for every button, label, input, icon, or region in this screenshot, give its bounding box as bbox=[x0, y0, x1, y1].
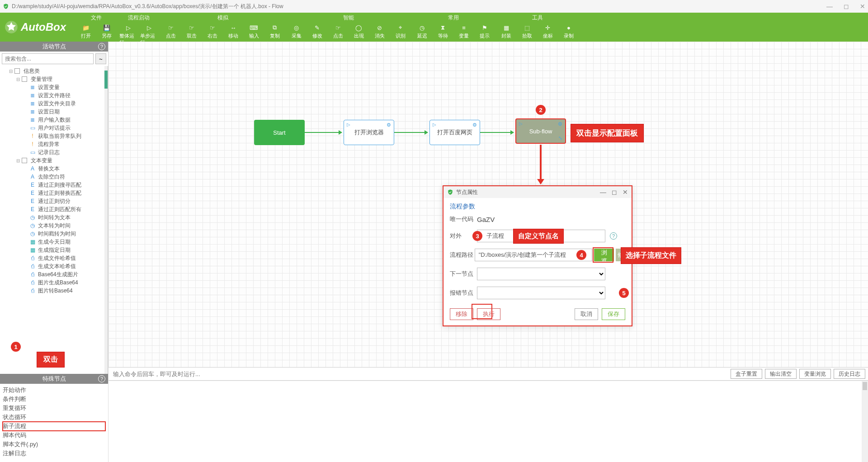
box-reset-button[interactable]: 盒子重置 bbox=[731, 369, 762, 379]
output-scrollbar[interactable] bbox=[862, 381, 868, 462]
ribbon-button[interactable]: ⧗等待 bbox=[434, 24, 452, 39]
tree-row[interactable]: ⊟变量管理 bbox=[0, 75, 108, 83]
tree-scrollbar-thumb[interactable] bbox=[104, 71, 108, 89]
tree-row[interactable]: ≣设置文件路径 bbox=[0, 91, 108, 99]
tree-row[interactable]: E通过正则搜寻匹配 bbox=[0, 181, 108, 189]
tree-checkbox[interactable] bbox=[22, 76, 27, 82]
ribbon-button[interactable]: ✎修改 bbox=[308, 24, 326, 39]
ribbon-button[interactable]: ◷延迟 bbox=[413, 24, 431, 39]
tree-row[interactable]: ⎙图片转Base64 bbox=[0, 287, 108, 295]
tree-row[interactable]: ▦生成指定日期 bbox=[0, 246, 108, 254]
ribbon-button[interactable]: ●录制 bbox=[560, 24, 578, 39]
dialog-close-button[interactable]: ✕ bbox=[623, 189, 628, 196]
var-browse-button[interactable]: 变量浏览 bbox=[799, 369, 831, 379]
ribbon-button[interactable]: ☞双击 bbox=[183, 24, 201, 39]
output-clear-button[interactable]: 输出清空 bbox=[765, 369, 797, 379]
browse-button[interactable]: 浏览 bbox=[594, 249, 614, 261]
ribbon-button[interactable]: ☞点击 bbox=[329, 24, 347, 39]
tree-row[interactable]: ◷文本转为时间 bbox=[0, 222, 108, 230]
tree-row[interactable]: ⊟信息类 bbox=[0, 67, 108, 75]
search-input[interactable] bbox=[2, 53, 94, 64]
tree-row[interactable]: A替换文本 bbox=[0, 165, 108, 173]
error-node-select[interactable] bbox=[477, 287, 605, 299]
tree-row[interactable]: E通过正则切分 bbox=[0, 197, 108, 205]
ribbon-label: 消失 bbox=[375, 33, 385, 39]
ribbon-button[interactable]: ↔移动 bbox=[224, 24, 242, 39]
ribbon-button[interactable]: ☞右击 bbox=[203, 24, 222, 39]
tree-row[interactable]: ≣用户输入数据 bbox=[0, 116, 108, 124]
ribbon-button[interactable]: ⊘消失 bbox=[371, 24, 389, 39]
ribbon-button[interactable]: ⚑提示 bbox=[476, 24, 494, 39]
ribbon-button[interactable]: 📁打开 bbox=[77, 24, 95, 39]
window-maximize-button[interactable]: ◻ bbox=[844, 3, 849, 9]
help-icon[interactable]: ? bbox=[98, 43, 105, 50]
flow-node-open-browser[interactable]: ▷⚙ 打开浏览器 bbox=[344, 120, 394, 145]
tree-row[interactable]: !流程异常 bbox=[0, 140, 108, 148]
tree-row[interactable]: ≣设置变量 bbox=[0, 83, 108, 91]
special-item[interactable]: 重复循环 bbox=[3, 404, 105, 413]
activity-tree[interactable]: ⊟信息类⊟变量管理≣设置变量≣设置文件路径≣设置文件夹目录≣设置日期≣用户输入数… bbox=[0, 66, 108, 374]
dialog-minimize-button[interactable]: — bbox=[600, 189, 606, 196]
tree-row[interactable]: E通过正则匹配所有 bbox=[0, 205, 108, 213]
ribbon-button[interactable]: ◎采集 bbox=[288, 24, 306, 39]
dialog-maximize-button[interactable]: ◻ bbox=[612, 189, 617, 196]
remove-button[interactable]: 移除 bbox=[450, 308, 473, 320]
ribbon-button[interactable]: ⧉复制 bbox=[266, 24, 284, 39]
tree-row[interactable]: ≣设置文件夹目录 bbox=[0, 99, 108, 108]
gear-icon: ⚙ bbox=[472, 122, 477, 128]
flow-node-open-baidu[interactable]: ▷⚙ 打开百度网页 bbox=[429, 120, 480, 145]
flow-canvas[interactable]: Start ▷⚙ 打开浏览器 ▷⚙ 打开百度网页 ▷⚙⤡ Sub-flow 2 … bbox=[108, 42, 868, 367]
tree-row[interactable]: E通过正则替换匹配 bbox=[0, 189, 108, 197]
ribbon-button[interactable]: ▦封装 bbox=[497, 24, 515, 39]
ribbon-button[interactable]: ☞点击 bbox=[162, 24, 180, 39]
tree-item-icon: ◷ bbox=[29, 222, 36, 229]
flow-node-start[interactable]: Start bbox=[254, 120, 305, 145]
ribbon-button[interactable]: ≡变量 bbox=[455, 24, 473, 39]
tree-row[interactable]: !获取当前异常队列 bbox=[0, 132, 108, 140]
tree-checkbox[interactable] bbox=[22, 158, 27, 163]
tree-row[interactable]: A去除空白符 bbox=[0, 173, 108, 181]
window-close-button[interactable]: ✕ bbox=[860, 3, 865, 9]
next-node-select[interactable] bbox=[477, 268, 605, 280]
tree-row[interactable]: ⎙生成文件哈希值 bbox=[0, 254, 108, 262]
special-item[interactable]: 开始动作 bbox=[3, 386, 105, 395]
tree-row[interactable]: ⎙生成文本哈希值 bbox=[0, 262, 108, 270]
execute-button[interactable]: 执行 bbox=[477, 308, 500, 320]
history-log-button[interactable]: 历史日志 bbox=[834, 369, 865, 379]
save-button[interactable]: 保存 bbox=[602, 308, 625, 320]
flow-path-input[interactable] bbox=[475, 249, 593, 261]
cancel-button[interactable]: 取消 bbox=[575, 308, 598, 320]
tree-row[interactable]: ⎙Base64生成图片 bbox=[0, 270, 108, 278]
special-item[interactable]: 脚本文件(.py) bbox=[3, 440, 105, 449]
expand-icon[interactable]: ⊟ bbox=[9, 69, 14, 74]
dialog-section-title: 流程参数 bbox=[450, 203, 625, 211]
tree-row[interactable]: ≣设置日期 bbox=[0, 108, 108, 116]
tree-row[interactable]: ◷时间戳转为时间 bbox=[0, 230, 108, 238]
special-item[interactable]: 条件判断 bbox=[3, 395, 105, 404]
tree-row[interactable]: ▭用户对话提示 bbox=[0, 124, 108, 132]
ribbon-button[interactable]: ✛坐标 bbox=[539, 24, 557, 39]
tree-row[interactable]: ▭记录日志 bbox=[0, 148, 108, 156]
special-item[interactable]: 脚本代码 bbox=[3, 431, 105, 440]
special-item[interactable]: 状态循环 bbox=[3, 413, 105, 422]
help-icon[interactable]: ? bbox=[610, 232, 617, 240]
tree-checkbox[interactable] bbox=[14, 68, 20, 74]
tree-row[interactable]: ⎙图片生成Base64 bbox=[0, 278, 108, 287]
ribbon-button[interactable]: ⌖识别 bbox=[392, 24, 410, 39]
tree-row[interactable]: ◷时间转为文本 bbox=[0, 213, 108, 222]
special-item[interactable]: 新子流程 bbox=[3, 422, 105, 431]
search-toggle-button[interactable]: ~ bbox=[95, 53, 106, 64]
expand-icon[interactable]: ⊟ bbox=[16, 77, 22, 82]
ribbon-button[interactable]: ⬚拾取 bbox=[518, 24, 536, 39]
window-minimize-button[interactable]: — bbox=[826, 3, 833, 9]
ribbon-button[interactable]: ⌨输入 bbox=[245, 24, 263, 39]
help-icon[interactable]: ? bbox=[98, 375, 105, 382]
flow-node-subflow[interactable]: ▷⚙⤡ Sub-flow bbox=[515, 118, 566, 144]
command-input[interactable] bbox=[108, 368, 731, 380]
ribbon-button[interactable]: 💾另存 bbox=[98, 24, 116, 39]
special-item[interactable]: 注解日志 bbox=[3, 449, 105, 458]
tree-row[interactable]: ⊟文本变量 bbox=[0, 156, 108, 165]
tree-row[interactable]: ▦生成今天日期 bbox=[0, 238, 108, 246]
ribbon-button[interactable]: ◯出现 bbox=[350, 24, 368, 39]
expand-icon[interactable]: ⊟ bbox=[16, 158, 22, 163]
